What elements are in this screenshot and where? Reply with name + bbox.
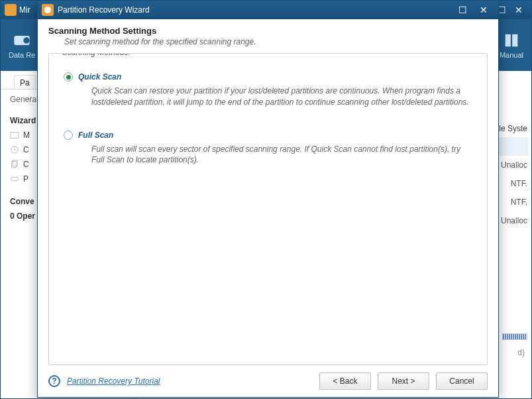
radio-icon[interactable]	[64, 131, 73, 140]
data-recovery-icon	[13, 31, 31, 50]
svg-point-1	[24, 37, 30, 43]
back-button[interactable]: < Back	[319, 372, 371, 390]
option-description: Quick Scan can restore your partition if…	[91, 86, 472, 108]
sidebar-item-label: M	[23, 131, 30, 140]
scanning-methods-fieldset: Scanning Methods: Quick Scan Quick Scan …	[48, 53, 488, 365]
dialog-app-icon	[42, 4, 54, 16]
ribbon-manual-group[interactable]: Manual	[500, 31, 523, 59]
dialog-close-button[interactable]: ✕	[473, 3, 494, 17]
parent-close-button[interactable]: ✕	[510, 3, 527, 17]
option-description: Full scan will scan every sector of spec…	[91, 144, 472, 166]
parent-title-text: Mir	[19, 5, 30, 15]
radio-icon[interactable]	[64, 72, 73, 82]
sidebar-item-label: C	[23, 160, 29, 169]
partition-strip[interactable]	[502, 333, 527, 340]
next-button[interactable]: Next >	[378, 372, 429, 390]
ribbon-right-label: Manual	[500, 51, 523, 59]
svg-rect-6	[11, 177, 19, 180]
tab-partitions[interactable]: Pa	[14, 75, 36, 89]
table-row[interactable]	[494, 137, 529, 156]
dialog-title-text: Partition Recovery Wizard	[58, 5, 150, 15]
app-icon	[5, 4, 17, 16]
radio-option-quick-scan[interactable]: Quick Scan Quick Scan can restore your p…	[64, 72, 472, 108]
ribbon-data-recovery-group[interactable]: Data Re	[9, 31, 35, 59]
dialog-footer: ? Partition Recovery Tutorial < Back Nex…	[38, 365, 498, 397]
fieldset-legend: Scanning Methods:	[58, 53, 134, 57]
dialog-header-title: Scanning Method Settings	[48, 26, 488, 36]
svg-rect-2	[11, 133, 19, 139]
radio-label: Full Scan	[78, 131, 113, 140]
clock-icon	[10, 145, 19, 154]
partition-recovery-wizard-dialog: Partition Recovery Wizard ☐ ✕ Scanning M…	[37, 0, 499, 398]
item-icon	[10, 131, 19, 140]
svg-point-7	[44, 7, 51, 13]
help-link[interactable]: Partition Recovery Tutorial	[67, 376, 160, 386]
table-row[interactable]: Unalloc	[494, 211, 529, 230]
table-row[interactable]: NTF.	[494, 174, 529, 193]
disk-icon	[10, 174, 19, 184]
d-label: d)	[517, 348, 525, 357]
book-icon	[502, 31, 521, 50]
dialog-header-subtitle: Set scanning method for the specified sc…	[64, 37, 488, 46]
rows-panel: Unalloc NTF. NTF. Unalloc	[494, 137, 529, 230]
help-icon[interactable]: ?	[48, 375, 60, 387]
ribbon-left-label: Data Re	[9, 51, 35, 59]
radio-label: Quick Scan	[78, 72, 121, 82]
dialog-titlebar[interactable]: Partition Recovery Wizard ☐ ✕	[38, 1, 498, 19]
sidebar-item-label: C	[23, 145, 29, 154]
dialog-header: Scanning Method Settings Set scanning me…	[38, 19, 498, 53]
table-row[interactable]: NTF.	[494, 193, 529, 211]
radio-option-full-scan[interactable]: Full Scan Full scan will scan every sect…	[64, 131, 472, 166]
dialog-maximize-button[interactable]: ☐	[452, 3, 473, 17]
table-row[interactable]: Unalloc	[494, 156, 529, 174]
sidebar-item-label: P	[23, 174, 28, 184]
copy-icon	[10, 160, 19, 169]
cancel-button[interactable]: Cancel	[436, 372, 488, 390]
